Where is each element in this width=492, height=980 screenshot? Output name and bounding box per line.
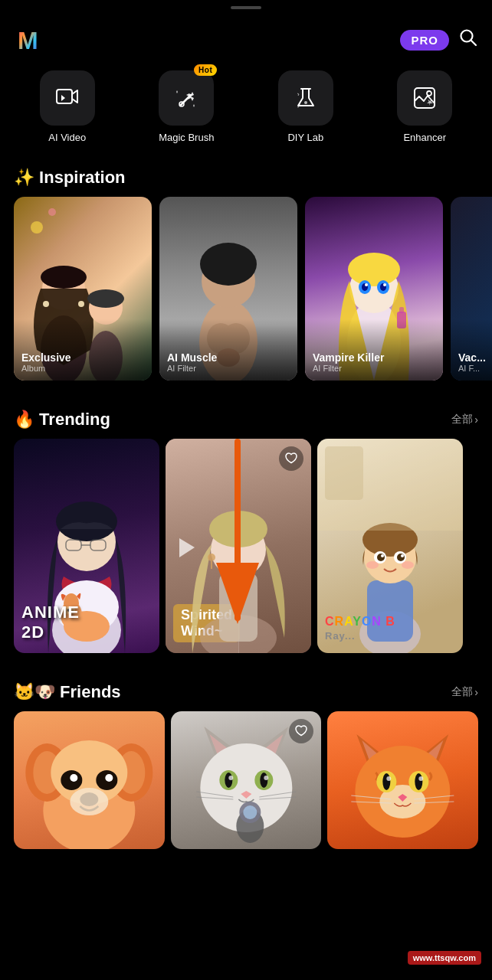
trending-grid: ANiMe 2D <box>0 439 492 668</box>
inspo-card-muscle[interactable]: AI Muscle AI Filter <box>159 197 297 381</box>
header-right: PRO <box>400 28 478 53</box>
svg-point-87 <box>264 776 268 780</box>
inspiration-scroll: Exclusive Album AI Muscle AI Filter <box>0 197 492 396</box>
anime-label-text: ANiMe 2D <box>21 603 152 642</box>
tool-diy-lab[interactable]: DIY Lab <box>278 70 333 143</box>
diy-lab-icon-box <box>278 70 333 126</box>
svg-point-52 <box>209 511 267 547</box>
watermark-text: www.ttsqw.com <box>408 951 481 965</box>
svg-rect-4 <box>57 90 72 103</box>
svg-point-62 <box>381 554 384 557</box>
svg-point-78 <box>105 774 113 782</box>
inspo-info-vac: Vac... AI F... <box>458 351 486 373</box>
pro-badge[interactable]: PRO <box>400 30 449 51</box>
svg-point-9 <box>427 91 431 96</box>
inspiration-section-header: ✨ Inspiration <box>0 154 492 197</box>
friend-card-tiger-cat[interactable] <box>327 711 478 849</box>
tool-enhancer[interactable]: Enhancer <box>397 70 452 143</box>
svg-point-53 <box>208 554 215 561</box>
ai-video-label: AI Video <box>48 132 86 143</box>
friends-see-all[interactable]: 全部 › <box>451 685 478 699</box>
svg-point-80 <box>70 788 108 815</box>
inspo-sub-vac: AI F... <box>458 364 486 373</box>
magic-brush-label: Magic Brush <box>159 132 214 143</box>
inspo-sub-vampire: AI Filter <box>313 364 384 373</box>
svg-point-65 <box>402 561 414 569</box>
enhancer-label: Enhancer <box>403 132 446 143</box>
search-button[interactable] <box>458 28 478 53</box>
inspo-info-vampire: Vampire Killer AI Filter <box>313 351 384 373</box>
anime2d-label: ANiMe 2D <box>21 603 152 642</box>
svg-line-3 <box>471 40 477 45</box>
inspo-card-vampire[interactable]: Vampire Killer AI Filter <box>305 197 443 381</box>
trending-section-header: 🔥 Trending 全部 › <box>0 396 492 439</box>
svg-point-14 <box>41 266 87 289</box>
svg-point-85 <box>260 773 267 788</box>
inspiration-title: ✨ Inspiration <box>14 168 126 188</box>
inspo-title-exclusive: Exclusive <box>21 351 71 364</box>
tool-ai-video[interactable]: AI Video <box>40 70 95 143</box>
friends-grid <box>0 711 492 864</box>
svg-point-86 <box>228 776 233 780</box>
svg-point-7 <box>304 101 307 104</box>
friend-card-corgi[interactable] <box>14 711 165 849</box>
friends-section-header: 🐱🐶 Friends 全部 › <box>0 668 492 711</box>
svg-text:M: M <box>18 27 38 54</box>
inspo-sub-muscle: AI Filter <box>167 364 217 373</box>
svg-point-77 <box>70 774 77 782</box>
inspo-sub-exclusive: Album <box>21 364 71 373</box>
svg-point-60 <box>377 554 385 561</box>
app-logo[interactable]: M <box>14 23 48 57</box>
inspo-info-muscle: AI Muscle AI Filter <box>167 351 217 373</box>
svg-point-28 <box>348 253 400 286</box>
watermark-site-label: www.ttsqw.com <box>413 953 476 962</box>
svg-point-101 <box>387 776 392 781</box>
svg-rect-36 <box>399 307 404 313</box>
header: M PRO <box>0 12 492 64</box>
ai-video-icon-box <box>40 70 95 126</box>
svg-point-102 <box>419 776 424 781</box>
top-pill <box>0 0 492 12</box>
inspo-title-vampire: Vampire Killer <box>313 351 384 364</box>
svg-point-19 <box>43 301 49 307</box>
inspo-info-exclusive: Exclusive Album <box>21 351 71 373</box>
watermark-container: www.ttsqw.com <box>408 951 481 965</box>
trend-card-crayon[interactable]: CRAYON B Ray... <box>317 439 463 653</box>
svg-point-99 <box>383 773 391 790</box>
trend-card-spirited[interactable]: SpiritedWind~ <box>166 439 311 653</box>
svg-point-22 <box>200 243 257 286</box>
svg-rect-67 <box>325 446 363 500</box>
trend-card-anime2d[interactable]: ANiMe 2D <box>14 439 159 653</box>
svg-point-84 <box>225 773 232 788</box>
svg-point-17 <box>87 289 124 308</box>
trending-section: 🔥 Trending 全部 › <box>0 396 492 668</box>
friend-card-cat[interactable] <box>171 711 322 849</box>
svg-point-10 <box>31 221 43 234</box>
crayon-label: CRAYON B Ray... <box>325 615 455 642</box>
inspo-title-vac: Vac... <box>458 351 486 364</box>
toolbar: AI Video Hot Magic Brush DIY Lab <box>0 64 492 154</box>
friends-section: 🐱🐶 Friends 全部 › <box>0 668 492 864</box>
tool-magic-brush[interactable]: Hot Magic Brush <box>159 70 214 143</box>
hot-badge: Hot <box>194 64 217 76</box>
crayon-label-text: CRAYON B Ray... <box>325 615 455 642</box>
svg-point-64 <box>366 561 379 569</box>
magic-brush-icon-box: Hot <box>159 70 214 126</box>
svg-rect-50 <box>219 573 257 642</box>
svg-point-33 <box>365 283 368 286</box>
diy-lab-label: DIY Lab <box>287 132 323 143</box>
friends-title: 🐱🐶 Friends <box>14 682 121 702</box>
svg-point-18 <box>78 301 84 307</box>
inspo-card-vac[interactable]: Vac... AI F... <box>451 197 492 381</box>
svg-point-61 <box>397 554 405 561</box>
enhancer-icon-box <box>397 70 452 126</box>
trending-see-all[interactable]: 全部 › <box>451 413 478 426</box>
svg-point-34 <box>383 283 386 286</box>
inspo-title-muscle: AI Muscle <box>167 351 217 364</box>
top-pill-bar <box>231 6 261 9</box>
trending-title: 🔥 Trending <box>14 410 110 430</box>
svg-point-100 <box>415 773 423 790</box>
inspo-card-exclusive[interactable]: Exclusive Album <box>14 197 152 381</box>
svg-point-40 <box>56 501 117 541</box>
svg-point-11 <box>48 208 56 216</box>
